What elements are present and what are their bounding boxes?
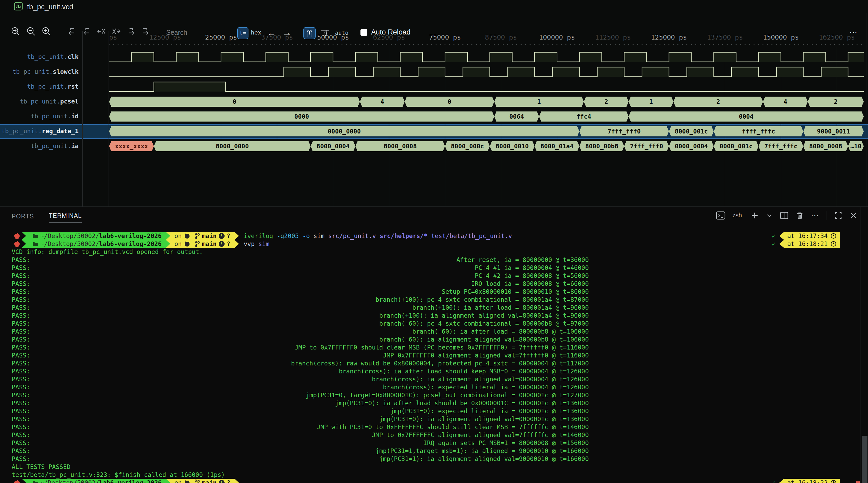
- git-branch-icon: [194, 241, 200, 247]
- test-pass-line: PASS:PC+4 #1 ia = 80000004 @ t=46000: [12, 264, 856, 272]
- signal-row-reg_data_1[interactable]: tb_pc_unit.reg_data_1: [0, 128, 79, 134]
- pass-message: jmp(PC31=0): expected literal ia = 00000…: [12, 407, 589, 415]
- terminal-more-icon[interactable]: ⋯: [811, 211, 820, 220]
- ruler-tick-label: 87500 ps: [479, 33, 522, 41]
- terminal-text-line: test/beta/tb_pc_unit.v:323: $finish call…: [12, 471, 856, 479]
- pass-message: branch(+100): pc_4_sxtc combinational = …: [12, 296, 589, 303]
- svg-text:8000_0010: 8000_0010: [496, 143, 529, 150]
- pass-message: jmp(PC31=1): ia alignment aligned val=90…: [12, 455, 589, 463]
- time-ruler[interactable]: 0 ps12500 ps25000 ps37500 ps50000 ps6250…: [109, 33, 864, 44]
- ruler-tick-label: 62500 ps: [368, 33, 410, 41]
- ruler-tick-label: 0 ps: [109, 33, 130, 41]
- signal-row-pcsel[interactable]: tb_pc_unit.pcsel: [0, 98, 79, 105]
- kill-terminal-trash-icon[interactable]: [796, 211, 804, 220]
- command-status: ✓at 16:17:34: [772, 232, 840, 240]
- pass-message: branch(-60): ia after load = 800000b8 @ …: [12, 327, 589, 335]
- svg-text:0064: 0064: [509, 113, 524, 120]
- ruler-tick-label: 137500 ps: [704, 33, 746, 41]
- close-panel-icon[interactable]: [849, 212, 857, 220]
- signal-scope-prefix: tb_pc_unit.: [31, 113, 71, 120]
- signal-scope-prefix: tb_pc_unit.: [27, 53, 67, 60]
- name-column-separator[interactable]: [82, 31, 83, 206]
- signal-name-label: slowclk: [53, 68, 79, 75]
- maximize-panel-icon[interactable]: [834, 211, 842, 220]
- github-cat-icon: [184, 241, 190, 247]
- folder-icon: [32, 242, 38, 246]
- svg-text:9000_0011: 9000_0011: [817, 128, 850, 135]
- test-pass-line: PASS:jmp(PC31=1): ia alignment aligned v…: [12, 455, 856, 463]
- command-status: ✓at 16:18:21: [772, 240, 840, 248]
- ruler-tick-label: 112500 ps: [592, 33, 634, 41]
- shell-prompt-line: ~/Desktop/50002/lab6-verilog-2026onmain!…: [12, 479, 856, 483]
- tab-terminal[interactable]: TERMINAL: [49, 212, 82, 223]
- pass-message: jmp(PC31=0, target=0x8000001C): pcsel_ou…: [12, 391, 589, 399]
- svg-text:0: 0: [447, 98, 451, 105]
- terminal-output[interactable]: ~/Desktop/50002/lab6-verilog-2026onmain!…: [12, 232, 856, 483]
- prompt-git-segment: onmain!?: [170, 240, 235, 248]
- svg-text:0004: 0004: [739, 113, 753, 120]
- terminal-scrollbar-thumb[interactable]: [862, 436, 867, 483]
- github-cat-icon: [184, 480, 190, 483]
- test-pass-line: PASS:branch(-60): ia alignment aligned v…: [12, 335, 856, 344]
- svg-text:1: 1: [649, 98, 653, 105]
- signal-row-clk[interactable]: tb_pc_unit.clk: [0, 53, 79, 60]
- git-dirty-badge: !: [219, 241, 224, 247]
- pass-message: branch(cross): ia alignment aligned val=…: [12, 375, 589, 383]
- svg-text:4: 4: [380, 98, 384, 105]
- success-check-icon: ✓: [772, 479, 776, 483]
- ruler-tick-label: 100000 ps: [536, 33, 578, 41]
- shell-prompt-line: ~/Desktop/50002/lab6-verilog-2026onmain!…: [12, 240, 856, 248]
- prompt-path-segment: ~/Desktop/50002/lab6-verilog-2026: [26, 232, 166, 240]
- pass-message: jmp(PC31=0): ia alignment aligned val=00…: [12, 415, 589, 423]
- split-terminal-icon[interactable]: [780, 212, 788, 220]
- apple-icon: [14, 240, 20, 247]
- command-text: vvp sim: [244, 240, 270, 248]
- signal-row-ia[interactable]: tb_pc_unit.ia: [0, 142, 79, 150]
- powerline-separator: [235, 240, 239, 248]
- test-pass-line: PASS:jmp(PC31=0): ia alignment aligned v…: [12, 415, 856, 423]
- test-pass-line: PASS:branch(+100): ia alignment aligned …: [12, 312, 856, 320]
- signal-row-rst[interactable]: tb_pc_unit.rst: [0, 83, 79, 90]
- folder-icon: [32, 480, 38, 483]
- ruler-tick-label: 50000 ps: [312, 33, 354, 41]
- test-pass-line: PASS:jmp(PC31=1,target msb=1): ia aligne…: [12, 447, 856, 455]
- powerline-separator: [22, 240, 26, 248]
- waveform-canvas[interactable]: 04012124200000064ffc400040000_00007fff_f…: [0, 0, 868, 206]
- signal-name-label: clk: [67, 53, 79, 60]
- powerline-separator: [166, 479, 170, 483]
- success-check-icon: ✓: [772, 240, 776, 248]
- folder-icon: [32, 233, 38, 238]
- shell-name-label[interactable]: zsh: [732, 212, 742, 219]
- terminal-dropdown-chevron-icon[interactable]: [766, 212, 773, 219]
- terminal-scrollbar-track: [861, 207, 861, 483]
- svg-text:ffff_fffc: ffff_fffc: [742, 128, 775, 135]
- timestamp-badge: at 16:17:34: [779, 232, 840, 240]
- svg-text:8000_001c: 8000_001c: [675, 128, 708, 135]
- powerline-separator: [22, 479, 26, 483]
- ruler-tick-label: 162500 ps: [816, 33, 858, 41]
- test-pass-line: PASS:JMP to 0x7FFFFFF0 should clear MSB …: [12, 344, 856, 351]
- pass-message: branch(cross): expected literal ia = 000…: [12, 383, 589, 391]
- tab-ports[interactable]: PORTS: [12, 212, 34, 223]
- git-dirty-badge: !: [219, 233, 224, 239]
- svg-text:8000_00b8: 8000_00b8: [585, 143, 618, 150]
- command-text: iverilog -g2005 -o sim src/pc_unit.v src…: [244, 232, 512, 240]
- new-terminal-icon[interactable]: [750, 211, 759, 220]
- git-dirty-badge: !: [219, 480, 224, 483]
- signal-scope-prefix: tb_pc_unit.: [20, 98, 60, 105]
- test-pass-line: PASS:branch(-60): pc_4_sxtc combinationa…: [12, 320, 856, 327]
- waveform-viewer-panel: tb_pc_unit.vcd Search t=: [0, 0, 868, 206]
- git-branch-icon: [194, 233, 200, 239]
- signal-row-slowclk[interactable]: tb_pc_unit.slowclk: [0, 68, 79, 75]
- pass-message: JMP to 0x7FFFFFFC alignment aligned val=…: [12, 431, 589, 439]
- svg-text:8000_01a4: 8000_01a4: [540, 143, 574, 150]
- clock-icon: [828, 233, 837, 239]
- test-pass-line: PASS:JMP to 0x7FFFFFFC alignment aligned…: [12, 431, 856, 439]
- powerline-separator: [166, 232, 170, 240]
- svg-text:8000_0008: 8000_0008: [809, 143, 842, 150]
- value-column-separator[interactable]: [108, 31, 109, 206]
- svg-text:8000_0008: 8000_0008: [383, 143, 417, 150]
- pass-message: IRQ load ia = 80000008 @ t=66000: [12, 280, 589, 288]
- signal-row-id[interactable]: tb_pc_unit.id: [0, 113, 79, 120]
- signal-scope-prefix: tb_pc_unit.: [1, 128, 42, 134]
